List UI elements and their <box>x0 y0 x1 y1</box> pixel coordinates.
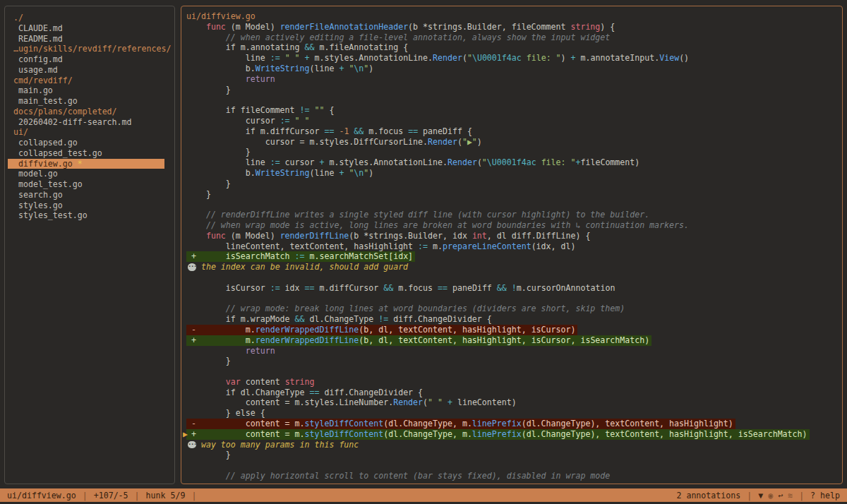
tree-item-dir[interactable]: ui/ <box>5 127 174 138</box>
diff-line[interactable]: ▶+ content = m.styleDiffContent(dl.Chang… <box>186 429 842 440</box>
diff-line[interactable]: } <box>186 356 842 366</box>
diff-line-text: return <box>186 74 275 84</box>
diff-line-text: line := cursor + m.styles.AnnotationLine… <box>186 157 639 167</box>
added-line-sign: + <box>191 251 196 262</box>
tree-item-file[interactable]: README.md <box>5 34 174 44</box>
status-bar: ui/diffview.go | +107/-5 | hunk 5/9 | 2 … <box>0 488 847 502</box>
diff-line[interactable]: if m.annotating && m.fileAnnotating { <box>186 42 842 53</box>
diff-line-text: } <box>186 189 211 199</box>
diff-line[interactable]: } else { <box>186 408 842 419</box>
added-line-sign: + <box>191 429 196 440</box>
diff-line[interactable]: line := " " + m.styles.AnnotationLine.Re… <box>186 53 842 64</box>
diff-line[interactable] <box>186 294 842 304</box>
tree-item-file[interactable]: search.go <box>5 190 174 200</box>
tree-item-file[interactable]: 20260402-diff-search.md <box>5 117 174 128</box>
diff-line[interactable]: // wrap mode: break long lines at word b… <box>186 304 842 314</box>
diff-line[interactable]: b.WriteString(line + "\n") <box>186 64 842 74</box>
diff-line[interactable]: content = m.styles.LineNumber.Render(" "… <box>186 397 842 408</box>
tree-item-file[interactable]: usage.md <box>5 65 174 76</box>
diff-line[interactable]: } <box>186 179 842 189</box>
diff-line[interactable]: if fileComment != "" { <box>186 105 842 116</box>
diff-line[interactable] <box>186 460 842 471</box>
diff-line[interactable]: // apply horizontal scroll to content (b… <box>186 471 842 481</box>
tree-item-label: model_test.go <box>13 179 83 189</box>
diff-line[interactable]: - content = m.styleDiffContent(dl.Change… <box>186 419 842 429</box>
diff-line-text: // when wrap mode is active, long lines … <box>186 220 689 230</box>
diff-pane[interactable]: ui/diffview.go func (m Model) renderFile… <box>181 6 843 484</box>
diff-line[interactable]: cursor = m.styles.DiffCursorLine.Render(… <box>186 137 842 148</box>
tree-item-dir[interactable]: cmd/revdiff/ <box>5 76 174 86</box>
diff-line[interactable]: cursor := " " <box>186 116 842 126</box>
tree-item-file[interactable]: model_test.go <box>5 179 174 190</box>
status-separator: | <box>83 491 88 500</box>
tree-item-file[interactable]: model.go <box>5 169 174 179</box>
comment-bubble-icon: ··· <box>188 263 196 271</box>
diff-line[interactable]: b.WriteString(line + "\n") <box>186 168 842 179</box>
tree-item-file[interactable]: main.go <box>5 85 174 96</box>
diff-line[interactable]: lineContent, textContent, hasHighlight :… <box>186 241 842 252</box>
diff-line[interactable]: + isSearchMatch := m.searchMatchSet[idx] <box>186 251 842 262</box>
diff-line[interactable]: // renderDiffLine writes a single styled… <box>186 210 842 220</box>
diff-line[interactable]: // when wrap mode is active, long lines … <box>186 220 842 231</box>
annotation-line[interactable]: ··· the index can be invalid, should add… <box>186 262 842 272</box>
diff-line[interactable]: var content string <box>186 377 842 388</box>
diff-line-text: if m.annotating && m.fileAnnotating { <box>186 42 408 52</box>
diff-line[interactable]: func (m Model) renderFileAnnotationHeade… <box>186 22 842 32</box>
tree-item-file[interactable]: collapsed_test.go <box>5 148 174 159</box>
tree-item-dir[interactable]: …ugin/skills/revdiff/references/ <box>5 44 174 54</box>
diff-line[interactable]: isCursor := idx == m.diffCursor && m.foc… <box>186 283 842 294</box>
diff-line[interactable] <box>186 366 842 377</box>
chevron-down-icon: ▼ <box>758 491 763 500</box>
diff-line[interactable]: } <box>186 147 842 157</box>
diff-line[interactable]: return <box>186 74 842 85</box>
diff-line-text: cursor := " " <box>186 116 310 126</box>
diff-line[interactable]: } <box>186 189 842 200</box>
tree-item-file[interactable]: collapsed.go <box>5 138 174 148</box>
diff-line[interactable] <box>186 95 842 105</box>
diff-line-text: func (m Model) renderFileAnnotationHeade… <box>186 22 615 32</box>
tree-item-label: diffview.go <box>13 159 73 169</box>
diff-line[interactable]: - m.renderWrappedDiffLine(b, dl, textCon… <box>186 325 842 335</box>
tree-item-label: usage.md <box>13 65 58 75</box>
diff-line-text: content = m.styleDiffContent(dl.ChangeTy… <box>186 429 807 439</box>
diff-pane-title: ui/diffview.go <box>186 11 842 22</box>
tree-item-file[interactable]: config.md <box>5 54 174 65</box>
diff-line[interactable]: if m.diffCursor == -1 && m.focus == pane… <box>186 126 842 137</box>
diff-code: func (m Model) renderFileAnnotationHeade… <box>186 22 842 481</box>
diff-line-text: isCursor := idx == m.diffCursor && m.foc… <box>186 283 615 293</box>
diff-line-text: cursor = m.styles.DiffCursorLine.Render(… <box>186 137 482 147</box>
diff-line[interactable]: // when actively editing a file-level an… <box>186 32 842 43</box>
diff-line[interactable] <box>186 199 842 210</box>
tree-item-file[interactable]: styles.go <box>5 200 174 211</box>
tree-item-label: ./ <box>13 13 23 23</box>
diff-line[interactable]: } <box>186 450 842 460</box>
diff-line[interactable]: + m.renderWrappedDiffLine(b, dl, textCon… <box>186 335 842 346</box>
tree-item-label: search.go <box>13 190 63 200</box>
diff-line[interactable]: if m.wrapMode && dl.ChangeType != diff.C… <box>186 314 842 325</box>
tree-item-file[interactable]: CLAUDE.md <box>5 23 174 34</box>
tree-item-file[interactable]: main_test.go <box>5 96 174 107</box>
diff-line[interactable]: line := cursor + m.styles.AnnotationLine… <box>186 157 842 168</box>
help-hint[interactable]: ? help <box>810 491 840 500</box>
diff-line-text: // apply horizontal scroll to content (b… <box>186 471 610 481</box>
diff-line-text: } <box>186 85 231 95</box>
diff-line-text: m.renderWrappedDiffLine(b, dl, textConte… <box>186 335 649 345</box>
diff-line[interactable] <box>186 272 842 283</box>
diff-line[interactable]: return <box>186 346 842 356</box>
comment-bubble-icon: ··· <box>188 441 196 449</box>
tree-item-label: config.md <box>13 54 63 64</box>
status-right: 2 annotations | ▼ ◉ ↩ ≋ | ? help <box>676 491 840 500</box>
diff-line-text: content = m.styles.LineNumber.Render(" "… <box>186 397 517 407</box>
status-annotations-count: 2 annotations <box>676 491 740 500</box>
tree-item-dir[interactable]: docs/plans/completed/ <box>5 107 174 117</box>
tree-item-label: README.md <box>13 34 63 44</box>
diff-line[interactable]: } <box>186 85 842 95</box>
tree-item-file[interactable]: diffview.go * <box>8 159 164 169</box>
diff-line[interactable]: if dl.ChangeType == diff.ChangeDivider { <box>186 388 842 398</box>
diff-line[interactable]: func (m Model) renderDiffLine(b *strings… <box>186 231 842 241</box>
annotation-line[interactable]: ··· way too many params in this func <box>186 440 842 450</box>
tree-item-dir[interactable]: ./ <box>5 13 174 23</box>
status-file: ui/diffview.go <box>7 491 76 500</box>
diff-line-text: func (m Model) renderDiffLine(b *strings… <box>186 231 590 241</box>
tree-item-file[interactable]: styles_test.go <box>5 210 174 221</box>
